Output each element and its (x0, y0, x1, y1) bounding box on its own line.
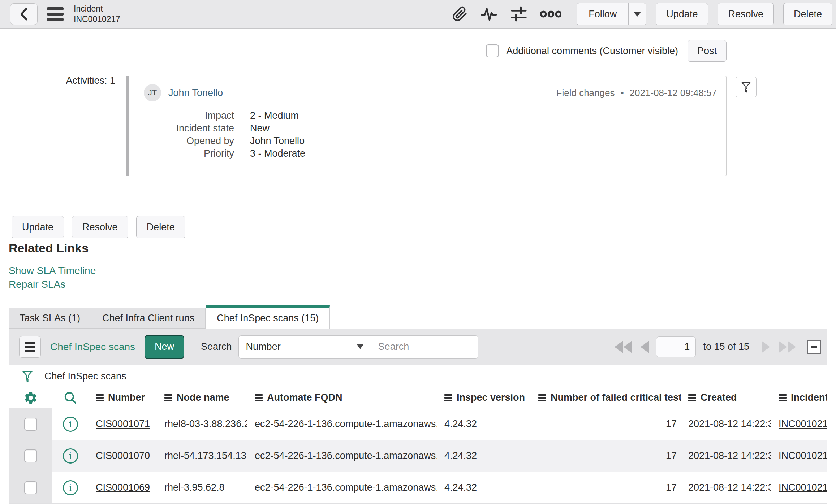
first-page-button[interactable] (615, 341, 632, 353)
field-change-label: Impact (144, 109, 234, 122)
automate-fqdn-cell: ec2-54-226-1-136.compute-1.amazonaws.com (247, 482, 437, 493)
row-checkbox[interactable] (24, 449, 37, 462)
last-page-button[interactable] (779, 341, 796, 353)
inspec-version-cell: 4.24.32 (437, 450, 531, 461)
back-button[interactable] (10, 3, 38, 25)
related-list-tab[interactable]: Task SLAs (1) (9, 308, 91, 329)
form-footer-button[interactable]: Update (12, 216, 64, 238)
info-icon[interactable]: i (63, 480, 78, 495)
comments-checkbox-label: Additional comments (Customer visible) (506, 45, 678, 57)
record-title: Incident INC0010217 (74, 4, 120, 25)
inspec-version-cell: 4.24.32 (437, 482, 531, 493)
row-info-cell: i (52, 440, 89, 472)
failed-critical-tests-cell: 17 (531, 450, 681, 461)
new-record-button[interactable]: New (145, 335, 184, 359)
row-select-cell (9, 408, 52, 440)
column-menu-icon[interactable] (96, 394, 104, 401)
page-number-input[interactable] (656, 336, 696, 357)
collapse-list-button[interactable] (807, 340, 821, 354)
activity-change-type: Field changes (556, 87, 615, 99)
list-title[interactable]: Chef InSpec scans (50, 341, 135, 353)
column-menu-icon[interactable] (164, 394, 172, 401)
automate-fqdn-cell: ec2-54-226-1-136.compute-1.amazonaws.com (247, 450, 437, 461)
list-pagination: to 15 of 15 (615, 336, 821, 357)
list-header-row: Number Node name Automate FQDN Inspec ve… (9, 387, 827, 408)
search-icon[interactable] (64, 391, 77, 405)
related-link[interactable]: Show SLA Timeline (9, 264, 96, 278)
record-header: Incident INC0010217 Follow Update Resolv… (0, 0, 836, 29)
row-checkbox[interactable] (24, 481, 37, 494)
activity-meta: Field changes • 2021-08-12 09:48:57 (556, 87, 717, 99)
follow-dropdown-button[interactable] (628, 3, 646, 25)
context-menu-icon[interactable] (47, 7, 64, 21)
column-menu-icon[interactable] (255, 394, 263, 401)
row-checkbox[interactable] (24, 418, 37, 431)
filter-breadcrumb[interactable]: Chef InSpec scans (44, 371, 126, 382)
row-info-cell: i (52, 408, 89, 440)
tab-label: Task SLAs (1) (20, 313, 80, 324)
activity-stream-icon[interactable] (481, 6, 497, 22)
funnel-icon (741, 81, 751, 93)
activity-field-changes: Impact 2 - Medium Incident state New Ope… (144, 109, 717, 160)
personalize-sliders-icon[interactable] (510, 6, 527, 22)
scan-number-link[interactable]: CIS0001070 (96, 450, 150, 461)
scan-number-link[interactable]: CIS0001071 (96, 418, 150, 429)
incident-link[interactable]: INC0010217 (779, 450, 827, 461)
column-menu-icon[interactable] (779, 394, 787, 401)
incident-form-panel: Additional comments (Customer visible) P… (9, 29, 827, 212)
update-button-header[interactable]: Update (656, 3, 708, 25)
search-field-selected: Number (246, 341, 281, 352)
list-settings-cell (9, 391, 52, 405)
previous-page-button[interactable] (641, 341, 649, 353)
info-icon[interactable]: i (63, 417, 78, 432)
column-header[interactable]: Created (681, 392, 771, 403)
info-icon[interactable]: i (63, 448, 78, 464)
column-header[interactable]: Node name (157, 392, 247, 403)
column-header[interactable]: Incident (771, 392, 827, 403)
form-footer-button[interactable]: Resolve (72, 216, 128, 238)
gear-icon[interactable] (23, 391, 38, 405)
related-list-tab[interactable]: Chef Infra Client runs (91, 308, 206, 329)
list-search-combo: Number (238, 335, 478, 359)
activity-author[interactable]: John Tonello (168, 87, 223, 99)
delete-button-header[interactable]: Delete (783, 3, 832, 25)
resolve-button-header[interactable]: Resolve (718, 3, 774, 25)
related-links-section: Related Links Show SLA Timeline Repair S… (9, 241, 96, 291)
next-page-button[interactable] (762, 341, 770, 353)
created-cell: 2021-08-12 14:22:35 (681, 450, 771, 461)
column-header-label: Automate FQDN (267, 392, 342, 403)
column-menu-icon[interactable] (444, 394, 452, 401)
follow-button[interactable]: Follow (577, 3, 628, 25)
filter-funnel-icon[interactable] (21, 370, 34, 383)
column-header[interactable]: Number (89, 392, 157, 403)
scan-number-link[interactable]: CIS0001069 (96, 482, 150, 493)
post-button[interactable]: Post (688, 40, 727, 62)
row-select-cell (9, 440, 52, 472)
search-field-select[interactable]: Number (239, 336, 371, 358)
select-caret-icon (357, 344, 363, 349)
column-header-label: Number (108, 392, 145, 403)
column-menu-icon[interactable] (538, 394, 546, 401)
more-options-icon[interactable] (540, 10, 561, 18)
form-footer-button[interactable]: Delete (136, 216, 185, 238)
table-row: i CIS0001071 rhel8-03-3.88.236.28 ec2-54… (9, 408, 827, 440)
list-context-menu-button[interactable] (19, 336, 41, 358)
customer-visible-checkbox[interactable] (486, 44, 499, 57)
column-header[interactable]: Automate FQDN (247, 392, 437, 403)
incident-link[interactable]: INC0010217 (779, 482, 827, 493)
field-change-label: Opened by (144, 135, 234, 147)
related-list-tab[interactable]: Chef InSpec scans (15) (206, 305, 330, 329)
column-header[interactable]: Number of failed critical tests (531, 392, 681, 403)
record-number: INC0010217 (74, 14, 120, 25)
field-change-value: 3 - Moderate (250, 147, 305, 160)
column-menu-icon[interactable] (688, 394, 696, 401)
related-link[interactable]: Repair SLAs (9, 278, 96, 291)
record-type: Incident (74, 4, 120, 14)
column-header[interactable]: Inspec version (437, 392, 531, 403)
attachment-icon[interactable] (452, 6, 467, 22)
incident-link[interactable]: INC0010217 (779, 418, 827, 429)
row-select-cell (9, 472, 52, 503)
node-name-cell: rhel-3.95.62.8 (157, 482, 247, 493)
list-search-input[interactable] (371, 336, 478, 358)
activity-filter-button[interactable] (736, 77, 757, 97)
